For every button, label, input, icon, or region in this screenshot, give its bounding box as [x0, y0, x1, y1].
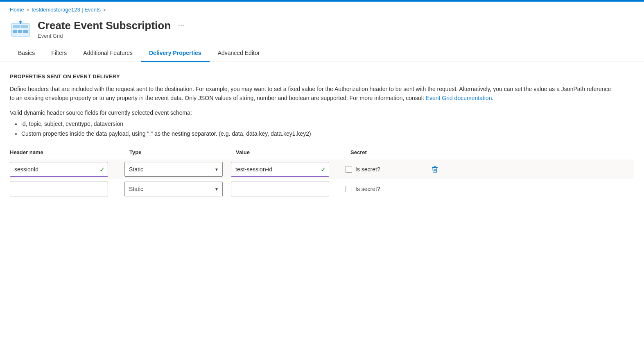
header-name-input-2[interactable]: [10, 182, 108, 196]
svg-rect-2: [21, 25, 28, 28]
cell-header-name-1: ✓: [10, 159, 124, 179]
cell-value-2: [231, 179, 346, 199]
breadcrumb-sep-1: >: [27, 7, 29, 12]
svg-rect-6: [432, 167, 438, 168]
dropdown-wrapper-type-1: Static Dynamic ▼: [124, 162, 223, 177]
secret-checkbox-1[interactable]: [346, 166, 352, 173]
page-header: Create Event Subscription ··· Event Grid: [0, 16, 644, 46]
trash-icon: [431, 165, 439, 173]
breadcrumb: Home > testdemostorage123 | Events >: [0, 2, 644, 16]
table-row: ✓ Static Dynamic ▼: [10, 159, 634, 179]
more-options-button[interactable]: ···: [176, 20, 187, 31]
tab-advanced-editor[interactable]: Advanced Editor: [210, 46, 268, 62]
secret-label-1: Is secret?: [355, 166, 380, 173]
col-header-name: Header name: [10, 147, 124, 159]
page-subtitle: Event Grid: [38, 33, 187, 39]
cell-type-1: Static Dynamic ▼: [124, 159, 231, 179]
type-dropdown-1[interactable]: Static Dynamic: [124, 162, 223, 177]
bullet-item: Custom properties inside the data payloa…: [21, 129, 634, 139]
cell-secret-1: Is secret?: [346, 159, 427, 179]
value-input-1[interactable]: [231, 162, 329, 177]
tabs-container: Basics Filters Additional Features Deliv…: [0, 46, 644, 62]
table-row: Static Dynamic ▼ Is secret?: [10, 179, 634, 199]
bullet-list: id, topic, subject, eventtype, dataversi…: [10, 119, 634, 139]
dropdown-wrapper-type-2: Static Dynamic ▼: [124, 182, 223, 196]
type-dropdown-2[interactable]: Static Dynamic: [124, 182, 223, 196]
cell-value-1: ✓: [231, 159, 346, 179]
col-header-type: Type: [124, 147, 231, 159]
tab-additional-features[interactable]: Additional Features: [75, 46, 141, 62]
event-grid-docs-link[interactable]: Event Grid documentation: [426, 95, 492, 101]
input-wrapper-name-1: ✓: [10, 162, 108, 177]
event-grid-icon: [10, 19, 31, 41]
page-title-area: Create Event Subscription ··· Event Grid: [38, 19, 187, 39]
breadcrumb-events-link[interactable]: testdemostorage123 | Events: [32, 7, 101, 13]
page-container: Home > testdemostorage123 | Events > Cre…: [0, 0, 644, 346]
svg-rect-7: [434, 166, 436, 167]
breadcrumb-sep-2: >: [103, 7, 106, 12]
col-header-actions: [427, 147, 634, 159]
header-name-input-1[interactable]: [10, 162, 108, 177]
page-title-row: Create Event Subscription ···: [38, 19, 187, 32]
cell-type-2: Static Dynamic ▼: [124, 179, 231, 199]
secret-checkbox-2[interactable]: [346, 186, 352, 192]
secret-area-2: Is secret?: [346, 186, 423, 192]
secret-label-2: Is secret?: [355, 186, 380, 192]
svg-rect-4: [18, 30, 22, 33]
page-title: Create Event Subscription: [38, 19, 171, 32]
secret-area-1: Is secret?: [346, 166, 423, 173]
tab-delivery-properties[interactable]: Delivery Properties: [141, 46, 210, 62]
col-header-value: Value: [231, 147, 346, 159]
cell-delete-1: [427, 159, 634, 179]
input-wrapper-value-1: ✓: [231, 162, 329, 177]
svg-rect-5: [23, 30, 28, 33]
tab-filters[interactable]: Filters: [43, 46, 75, 62]
col-header-secret: Secret: [346, 147, 427, 159]
cell-secret-2: Is secret?: [346, 179, 427, 199]
valid-fields-intro: Valid dynamic header source fields for c…: [10, 109, 634, 116]
section-description: Define headers that are included with th…: [10, 84, 616, 103]
svg-rect-1: [13, 25, 20, 28]
breadcrumb-home[interactable]: Home: [10, 7, 24, 13]
delete-button-1[interactable]: [427, 164, 442, 175]
section-title: PROPERTIES SENT ON EVENT DELIVERY: [10, 73, 634, 80]
main-content: PROPERTIES SENT ON EVENT DELIVERY Define…: [0, 62, 644, 209]
cell-delete-2: [427, 179, 634, 199]
delivery-properties-table: Header name Type Value Secret ✓: [10, 147, 634, 199]
tab-basics[interactable]: Basics: [10, 46, 43, 62]
cell-header-name-2: [10, 179, 124, 199]
bullet-item: id, topic, subject, eventtype, dataversi…: [21, 119, 634, 129]
svg-rect-3: [13, 30, 17, 33]
value-input-2[interactable]: [231, 182, 329, 196]
